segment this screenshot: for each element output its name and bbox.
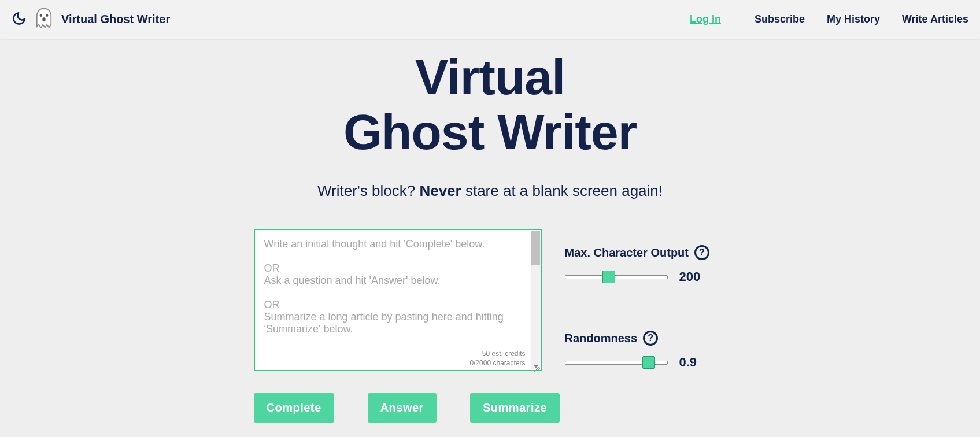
randomness-help-icon[interactable]: ? (643, 331, 658, 346)
summarize-button[interactable]: Summarize (470, 393, 560, 423)
moon-icon (12, 11, 27, 26)
nav-history[interactable]: My History (827, 13, 880, 25)
controls-column: Max. Character Output ? 200 Randomness ? (565, 229, 727, 370)
tagline-pre: Writer's block? (317, 182, 419, 199)
ghost-logo-icon (34, 6, 54, 33)
randomness-value: 0.9 (679, 355, 697, 370)
randomness-label-row: Randomness ? (565, 331, 727, 346)
randomness-control: Randomness ? 0.9 (565, 331, 727, 370)
prompt-input[interactable] (254, 229, 542, 371)
nav-login[interactable]: Log In (690, 13, 721, 25)
max-output-slider-row: 200 (565, 269, 727, 284)
slider-track (565, 275, 668, 279)
svg-point-0 (40, 14, 42, 16)
hero-title: Virtual Ghost Writer (0, 50, 980, 159)
header-left: Virtual Ghost Writer (12, 6, 170, 33)
max-output-control: Max. Character Output ? 200 (565, 245, 727, 284)
slider-thumb[interactable] (602, 271, 615, 283)
max-output-help-icon[interactable]: ? (694, 245, 709, 260)
answer-button[interactable]: Answer (368, 393, 437, 423)
randomness-slider-row: 0.9 (565, 355, 727, 370)
header-nav: Log In Subscribe My History Write Articl… (690, 13, 968, 25)
nav-write[interactable]: Write Articles (902, 13, 968, 25)
randomness-slider[interactable] (565, 357, 668, 368)
max-output-label: Max. Character Output (565, 246, 689, 260)
randomness-label: Randomness (565, 332, 638, 345)
max-output-value: 200 (679, 269, 701, 284)
main: Virtual Ghost Writer Writer's block? Nev… (0, 39, 980, 423)
action-buttons: Complete Answer Summarize (254, 393, 542, 423)
svg-point-2 (42, 17, 45, 21)
textarea-wrap: 50 est. credits 0/2000 characters (254, 229, 542, 373)
app-title: Virtual Ghost Writer (61, 13, 170, 26)
nav-subscribe[interactable]: Subscribe (755, 13, 805, 25)
slider-thumb[interactable] (642, 356, 655, 369)
left-column: 50 est. credits 0/2000 characters Comple… (254, 229, 542, 423)
ghost-icon (34, 6, 54, 31)
header: Virtual Ghost Writer Log In Subscribe My… (0, 0, 980, 39)
svg-point-1 (46, 14, 48, 16)
max-output-label-row: Max. Character Output ? (565, 245, 727, 260)
dark-mode-toggle[interactable] (12, 11, 27, 28)
complete-button[interactable]: Complete (254, 393, 334, 423)
max-output-slider[interactable] (565, 271, 668, 283)
tagline: Writer's block? Never stare at a blank s… (0, 182, 980, 200)
tagline-post: stare at a blank screen again! (461, 182, 663, 199)
tagline-bold: Never (419, 182, 461, 199)
workspace: 50 est. credits 0/2000 characters Comple… (0, 229, 980, 423)
